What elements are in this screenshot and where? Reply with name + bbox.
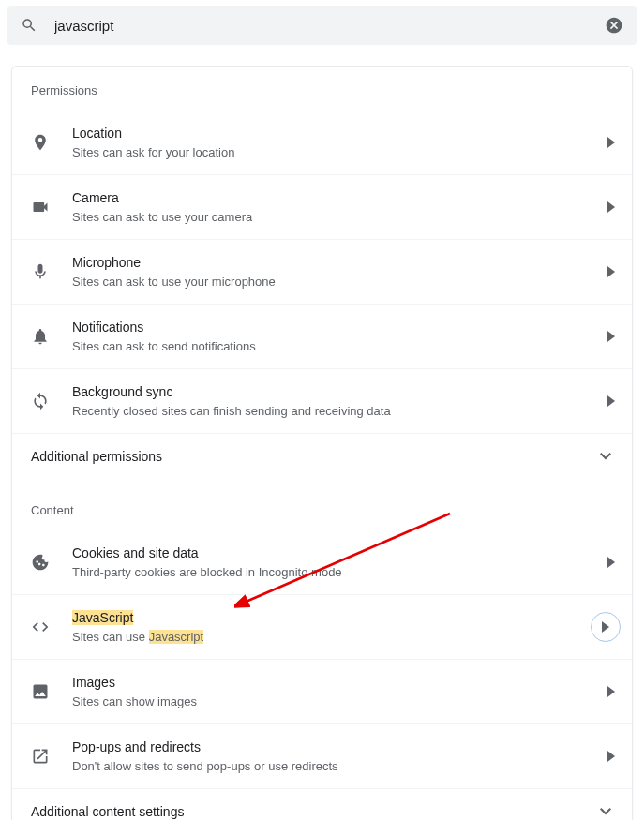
additional-permissions-expander[interactable]: Additional permissions xyxy=(12,433,632,479)
row-title: Pop-ups and redirects xyxy=(72,738,607,756)
chevron-down-icon xyxy=(600,808,611,815)
clear-search-button[interactable] xyxy=(605,16,623,35)
row-subtitle: Sites can ask for your location xyxy=(72,144,607,161)
setting-row-javascript[interactable]: JavaScript Sites can use Javascript xyxy=(12,594,632,659)
chevron-down-icon xyxy=(600,453,611,460)
row-title: Notifications xyxy=(72,318,607,336)
chevron-right-icon xyxy=(607,395,615,407)
microphone-icon xyxy=(31,262,50,281)
setting-row-location[interactable]: Location Sites can ask for your location xyxy=(12,111,632,174)
highlight: Javascript xyxy=(149,630,204,644)
chevron-right-icon xyxy=(607,331,615,342)
setting-row-cookies[interactable]: Cookies and site data Third-party cookie… xyxy=(12,530,632,594)
row-subtitle: Sites can use Javascript xyxy=(72,629,591,646)
row-text: Cookies and site data Third-party cookie… xyxy=(72,544,607,581)
search-input[interactable] xyxy=(54,18,605,34)
content-heading: Content xyxy=(12,479,632,530)
cookie-icon xyxy=(31,553,50,572)
row-text: Camera Sites can ask to use your camera xyxy=(72,188,607,226)
row-title: Background sync xyxy=(72,382,607,401)
row-text: Pop-ups and redirects Don't allow sites … xyxy=(72,738,607,775)
setting-row-popups[interactable]: Pop-ups and redirects Don't allow sites … xyxy=(12,723,632,788)
setting-row-notifications[interactable]: Notifications Sites can ask to send noti… xyxy=(12,304,632,368)
row-subtitle: Sites can ask to use your camera xyxy=(72,209,607,226)
chevron-right-icon xyxy=(602,621,609,633)
chevron-right-icon xyxy=(607,137,615,148)
expander-label: Additional content settings xyxy=(31,804,184,819)
row-title: Cookies and site data xyxy=(72,544,607,562)
code-icon xyxy=(31,618,50,636)
additional-content-expander[interactable]: Additional content settings xyxy=(12,788,632,820)
row-subtitle: Don't allow sites to send pop-ups or use… xyxy=(72,758,607,775)
row-subtitle: Recently closed sites can finish sending… xyxy=(72,403,607,420)
expander-label: Additional permissions xyxy=(31,449,162,464)
setting-row-camera[interactable]: Camera Sites can ask to use your camera xyxy=(12,174,632,239)
row-text: Location Sites can ask for your location xyxy=(72,124,607,161)
setting-row-background-sync[interactable]: Background sync Recently closed sites ca… xyxy=(12,368,632,433)
chevron-right-icon xyxy=(607,201,615,213)
row-subtitle: Sites can ask to send notifications xyxy=(72,338,607,355)
row-title: Images xyxy=(72,673,607,692)
chevron-right-icon xyxy=(607,266,615,277)
chevron-right-icon xyxy=(607,686,615,697)
row-title: Microphone xyxy=(72,253,607,272)
row-text: Microphone Sites can ask to use your mic… xyxy=(72,253,607,291)
image-icon xyxy=(31,682,50,701)
chevron-right-icon xyxy=(607,751,615,762)
row-title: Location xyxy=(72,124,607,142)
setting-row-microphone[interactable]: Microphone Sites can ask to use your mic… xyxy=(12,239,632,304)
setting-row-images[interactable]: Images Sites can show images xyxy=(12,659,632,723)
search-icon xyxy=(21,17,37,34)
row-title: JavaScript xyxy=(72,608,591,627)
camera-icon xyxy=(31,198,50,216)
settings-card: Permissions Location Sites can ask for y… xyxy=(11,66,633,820)
search-bar[interactable] xyxy=(7,6,637,45)
annotation-circle xyxy=(591,612,621,642)
row-text: Background sync Recently closed sites ca… xyxy=(72,382,607,420)
popup-icon xyxy=(31,747,50,766)
row-subtitle: Sites can show images xyxy=(72,693,607,710)
sync-icon xyxy=(31,392,50,410)
chevron-right-icon xyxy=(607,557,615,568)
row-subtitle: Sites can ask to use your microphone xyxy=(72,274,607,291)
row-text: Notifications Sites can ask to send noti… xyxy=(72,318,607,355)
notifications-icon xyxy=(31,327,50,346)
row-title: Camera xyxy=(72,188,607,207)
highlight: JavaScript xyxy=(72,610,133,625)
permissions-heading: Permissions xyxy=(12,67,632,111)
row-text: Images Sites can show images xyxy=(72,673,607,710)
location-icon xyxy=(31,133,50,152)
row-text: JavaScript Sites can use Javascript xyxy=(72,608,591,646)
row-subtitle: Third-party cookies are blocked in Incog… xyxy=(72,564,607,581)
